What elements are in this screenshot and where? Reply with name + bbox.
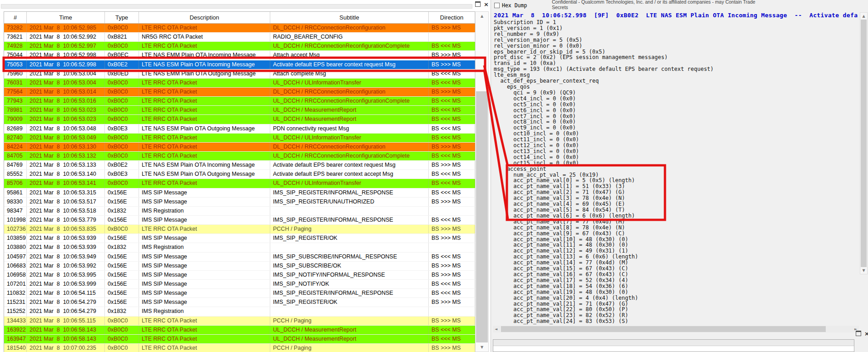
- cell-time: 2021 Mar 8 10:06:53.049: [27, 134, 105, 142]
- column-header-num[interactable]: #: [4, 12, 27, 23]
- cell-num: 163947: [4, 335, 27, 343]
- pane-grip[interactable]: [1, 4, 472, 9]
- column-header-subtitle[interactable]: Subtitle: [270, 12, 429, 23]
- table-row[interactable]: 855522021 Mar 8 10:06:53.1400xB0E3LTE NA…: [4, 170, 476, 179]
- cell-time: 2021 Mar 8 10:06:53.140: [27, 170, 105, 178]
- cell-dir: BS <<< MS: [429, 326, 475, 334]
- cell-num: 75053: [4, 60, 27, 69]
- table-row[interactable]: 1639222021 Mar 8 10:06:58.1430xB0C0LTE R…: [4, 326, 476, 335]
- table-row[interactable]: 1038592021 Mar 8 10:06:53.9390x156EIMS S…: [4, 234, 476, 243]
- cell-type: 0xB0C0: [105, 79, 139, 87]
- cell-type: 0xB0C0: [105, 42, 139, 50]
- table-row[interactable]: 750532021 Mar 8 10:06:52.9980xB0E2LTE NA…: [4, 60, 476, 69]
- cell-num: 77564: [4, 88, 27, 96]
- table-row[interactable]: 1152312021 Mar 8 10:06:54.2790x156EIMS S…: [4, 298, 476, 307]
- table-row[interactable]: 983472021 Mar 8 10:06:53.5180x1832IMS Re…: [4, 207, 476, 216]
- table-row[interactable]: 1639472021 Mar 8 10:06:58.1430xB0C0LTE R…: [4, 335, 476, 344]
- table-row[interactable]: 759602021 Mar 8 10:06:53.0040xB0EDLTE NA…: [4, 69, 476, 79]
- cell-dir: BS >>> MS: [429, 161, 475, 169]
- cell-type: 0xB0E3: [105, 170, 139, 178]
- cell-num: 74928: [4, 42, 27, 50]
- column-header-time[interactable]: Time: [27, 12, 105, 23]
- table-row[interactable]: 760312021 Mar 8 10:06:53.0040xB0C0LTE RR…: [4, 79, 476, 88]
- cell-dir: BS <<< MS: [429, 280, 475, 288]
- table-row[interactable]: 1066832021 Mar 8 10:06:53.9920x156EIMS S…: [4, 262, 476, 271]
- cell-type: 0xB0C0: [105, 326, 139, 334]
- table-row[interactable]: 847052021 Mar 8 10:06:53.1320xB0C0LTE RR…: [4, 152, 476, 161]
- hex-dump-checkbox[interactable]: [494, 3, 500, 8]
- cell-desc: IMS SIP Message: [139, 188, 270, 197]
- table-row[interactable]: 749282021 Mar 8 10:06:52.9970xB0C0LTE RR…: [4, 42, 476, 51]
- column-header-description[interactable]: Description: [139, 12, 270, 23]
- cell-num: 98330: [4, 198, 27, 206]
- table-row[interactable]: 790092021 Mar 8 10:06:53.0230xB0C0LTE RR…: [4, 115, 476, 124]
- cell-type: 0xB0C0: [105, 115, 139, 124]
- scroll-down-icon[interactable]: ▼: [476, 345, 488, 349]
- cell-subtitle: UL_DCCH / MeasurementReport: [270, 115, 429, 124]
- table-row[interactable]: 1815402021 Mar 8 10:07:00.2350xB0C0LTE R…: [4, 344, 476, 352]
- message-header-line[interactable]: 2021 Mar 8 10:06:52.998 [9F] 0xB0E2 LTE …: [494, 12, 858, 19]
- table-row[interactable]: 1344332021 Mar 8 10:06:55.1150xB0C0LTE R…: [4, 317, 476, 326]
- scroll-left-icon[interactable]: ◄: [493, 326, 499, 332]
- cell-desc: LTE NAS EMM Plain OTA Outgoing Message: [139, 69, 270, 78]
- detail-hscrollbar-thumb[interactable]: [501, 326, 826, 332]
- table-row[interactable]: 750442021 Mar 8 10:06:52.9980xB0ECLTE NA…: [4, 51, 476, 60]
- cell-subtitle: UL_DCCH / MeasurementReport: [270, 326, 429, 334]
- cell-num: 107201: [4, 280, 27, 288]
- cell-type: 0x156E: [105, 198, 139, 206]
- table-vertical-scrollbar[interactable]: ▲ ▼: [475, 11, 489, 352]
- scroll-up-icon[interactable]: ▲: [476, 14, 488, 18]
- cell-num: 115252: [4, 307, 27, 316]
- table-row[interactable]: 983302021 Mar 8 10:06:53.5170x156EIMS SI…: [4, 198, 476, 207]
- table-row[interactable]: 958612021 Mar 8 10:06:53.3150x156EIMS SI…: [4, 188, 476, 198]
- table-row[interactable]: 736212021 Mar 8 10:06:52.9920xB821NR5G R…: [4, 33, 476, 42]
- table-row[interactable]: 842242021 Mar 8 10:06:53.1300xB0C0LTE RR…: [4, 143, 476, 152]
- cell-type: 0xB0C0: [105, 317, 139, 325]
- cell-dir: BS <<< MS: [429, 152, 475, 160]
- log-pane-titlebar: ×: [0, 0, 491, 11]
- table-row[interactable]: 1152522021 Mar 8 10:06:54.2790x1832IMS R…: [4, 307, 476, 316]
- table-row[interactable]: 1108322021 Mar 8 10:06:54.1150x156EIMS S…: [4, 289, 476, 298]
- detail-horizontal-scrollbar[interactable]: ◄ ►: [493, 326, 859, 332]
- table-row[interactable]: 1072012021 Mar 8 10:06:53.9990x156EIMS S…: [4, 280, 476, 289]
- table-row[interactable]: 775642021 Mar 8 10:06:53.0140xB0C0LTE RR…: [4, 88, 476, 97]
- cell-dir: BS >>> MS: [429, 298, 475, 307]
- cell-dir: BS >>> MS: [429, 88, 475, 96]
- table-row[interactable]: 1038802021 Mar 8 10:06:53.9390x1832IMS R…: [4, 243, 476, 252]
- column-header-type[interactable]: Type: [105, 12, 139, 23]
- detail-scrollbar-thumb[interactable]: [861, 20, 867, 267]
- detail-vertical-scrollbar[interactable]: ▲ ▼: [860, 12, 868, 274]
- cell-dir: BS <<< MS: [429, 134, 475, 142]
- confidential-line-2: Secrets: [552, 5, 868, 10]
- table-row[interactable]: 847692021 Mar 8 10:06:53.1330xB0E2LTE NA…: [4, 161, 476, 170]
- column-header-direction[interactable]: Direction: [429, 12, 475, 23]
- float-window-icon[interactable]: [856, 331, 861, 336]
- table-row[interactable]: 826892021 Mar 8 10:06:53.0480xB0E3LTE NA…: [4, 124, 476, 134]
- table-row[interactable]: 732822021 Mar 8 10:06:52.9850xB0C0LTE RR…: [4, 24, 476, 33]
- table-row[interactable]: 789812021 Mar 8 10:06:53.0230xB0C0LTE RR…: [4, 106, 476, 115]
- scroll-down-icon[interactable]: ▼: [860, 268, 867, 273]
- detail-tree-text[interactable]: Subscription ID = 1 pkt_version = 1 (0x1…: [494, 20, 857, 325]
- table-row[interactable]: 1069582021 Mar 8 10:06:53.9950x156EIMS S…: [4, 271, 476, 280]
- cell-time: 2021 Mar 8 10:06:53.949: [27, 253, 105, 261]
- cell-desc: IMS Registration: [139, 307, 270, 316]
- table-row[interactable]: 1027362021 Mar 8 10:06:53.8350xB0C0LTE R…: [4, 225, 476, 234]
- cell-time: 2021 Mar 8 10:06:54.115: [27, 289, 105, 297]
- table-row[interactable]: 779432021 Mar 8 10:06:53.0160xB0C0LTE RR…: [4, 97, 476, 106]
- table-scrollbar-thumb[interactable]: [476, 91, 488, 342]
- cell-num: 181540: [4, 344, 27, 352]
- table-row[interactable]: 1045972021 Mar 8 10:06:53.9490x156EIMS S…: [4, 253, 476, 262]
- cell-num: 75960: [4, 69, 27, 78]
- float-window-icon[interactable]: [475, 1, 481, 7]
- cell-desc: LTE RRC OTA Packet: [139, 326, 270, 334]
- table-row[interactable]: 857062021 Mar 8 10:06:53.1410xB0C0LTE RR…: [4, 179, 476, 188]
- cell-time: 2021 Mar 8 10:06:52.992: [27, 33, 105, 41]
- scroll-up-icon[interactable]: ▲: [860, 14, 867, 18]
- close-icon[interactable]: ×: [484, 2, 489, 7]
- cell-time: 2021 Mar 8 10:06:53.779: [27, 216, 105, 224]
- close-icon[interactable]: ×: [864, 331, 868, 336]
- table-row[interactable]: 1019982021 Mar 8 10:06:53.7790x156EIMS S…: [4, 216, 476, 225]
- cell-num: 85706: [4, 179, 27, 188]
- cell-num: 73282: [4, 24, 27, 32]
- table-row[interactable]: 827402021 Mar 8 10:06:53.0490xB0C0LTE RR…: [4, 134, 476, 143]
